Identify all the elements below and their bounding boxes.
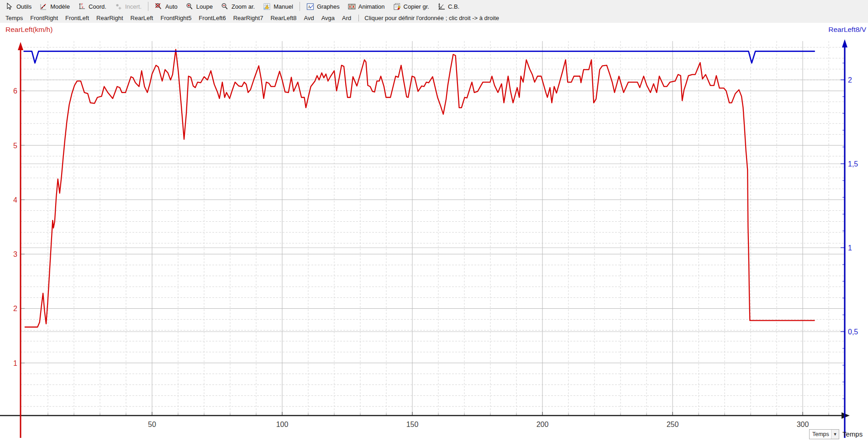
right-axis-title: RearLeft8/V <box>828 26 866 33</box>
graphs-label: Graphes <box>317 3 340 10</box>
cb-button[interactable]: C.B. <box>433 0 463 12</box>
var-item-rearleft8[interactable]: RearLeft8 <box>267 15 300 21</box>
var-item-temps[interactable]: Temps <box>2 15 26 21</box>
x-variable-dropdown[interactable]: Temps ▼ <box>809 429 839 439</box>
tools-button[interactable]: Outils <box>2 0 36 12</box>
var-item-rearright7[interactable]: RearRight7 <box>230 15 267 21</box>
model-label: Modèle <box>50 3 70 10</box>
cb-label: C.B. <box>448 3 459 10</box>
svg-text:5: 5 <box>13 142 17 150</box>
series-RearLeft8-line <box>24 51 815 63</box>
x-variable-dropdown-value: Temps <box>810 431 831 437</box>
auto-scale-label: Auto <box>165 3 178 10</box>
svg-text:0,5: 0,5 <box>848 328 858 336</box>
toolbar-separator <box>148 2 148 11</box>
cb-axes-icon <box>437 3 445 10</box>
chart-canvas[interactable]: 1234560,511,5250100150200250300RearLeft(… <box>0 23 868 442</box>
var-item-frontright5[interactable]: FrontRight5 <box>157 15 195 21</box>
var-item-frontright[interactable]: FrontRight <box>26 15 62 21</box>
tools-label: Outils <box>16 3 32 10</box>
ordinate-hint-text: Cliquer pour définir l'ordonnée ; clic d… <box>358 15 499 21</box>
svg-text:2: 2 <box>848 76 852 84</box>
plot-area[interactable]: 1234560,511,5250100150200250300RearLeft(… <box>0 23 868 442</box>
coordinates-label: Coord. <box>89 3 106 10</box>
svg-text:4: 4 <box>13 196 17 204</box>
var-item-frontleft[interactable]: FrontLeft <box>62 15 93 21</box>
animation-button[interactable]: Animation <box>344 0 389 12</box>
svg-text:1,5: 1,5 <box>848 160 858 168</box>
toolbar-separator <box>300 2 300 11</box>
copy-graph-button[interactable]: Copier gr. <box>389 0 433 12</box>
application-window: Outils Modèle Yx Coord. Incert. Auto <box>0 0 868 442</box>
x-axis-title: Temps <box>842 430 863 438</box>
zoom-out-button[interactable]: Zoom ar. <box>217 0 259 12</box>
main-toolbar: Outils Modèle Yx Coord. Incert. Auto <box>0 0 868 13</box>
hand-grid-icon <box>263 3 271 10</box>
var-item-rearleft[interactable]: RearLeft <box>127 15 157 21</box>
svg-text:1: 1 <box>848 244 852 252</box>
svg-text:200: 200 <box>537 421 549 428</box>
model-fit-icon <box>40 3 47 10</box>
model-button[interactable]: Modèle <box>36 0 74 12</box>
var-item-ard[interactable]: Ard <box>338 15 355 21</box>
var-item-frontleft6[interactable]: FrontLeft6 <box>195 15 229 21</box>
graphs-button[interactable]: A Graphes <box>302 0 344 12</box>
auto-scale-button[interactable]: Auto <box>151 0 182 12</box>
zoom-in-button[interactable]: Loupe <box>182 0 217 12</box>
var-item-avga[interactable]: Avga <box>318 15 338 21</box>
manual-scale-label: Manuel <box>274 3 293 10</box>
film-strip-icon <box>348 3 356 10</box>
svg-text:100: 100 <box>276 421 289 428</box>
var-item-rearright[interactable]: RearRight <box>93 15 127 21</box>
auto-scale-icon <box>155 3 163 10</box>
left-axis-arrow <box>18 42 23 50</box>
copy-icon <box>393 3 401 10</box>
svg-text:2: 2 <box>13 305 17 312</box>
graphs-window-icon: A <box>306 3 314 10</box>
variable-bar: Temps FrontRight FrontLeft RearRight Rea… <box>0 13 868 23</box>
magnifier-minus-icon <box>221 3 229 10</box>
series-RearLeft-line <box>25 50 815 328</box>
x-axis-arrow <box>842 412 850 419</box>
svg-text:3: 3 <box>13 250 17 258</box>
cursor-icon <box>6 3 14 10</box>
svg-text:250: 250 <box>667 421 679 428</box>
svg-text:1: 1 <box>13 359 17 367</box>
svg-text:6: 6 <box>13 87 17 95</box>
chevron-down-icon[interactable]: ▼ <box>831 430 839 439</box>
svg-text:x: x <box>82 5 84 9</box>
manual-scale-button[interactable]: Manuel <box>259 0 297 12</box>
magnifier-plus-icon <box>186 3 194 10</box>
zoom-in-label: Loupe <box>196 3 213 10</box>
svg-text:A: A <box>308 5 311 9</box>
right-axis-arrow <box>842 39 847 47</box>
uncertainty-icon <box>115 3 122 10</box>
svg-text:150: 150 <box>406 421 419 428</box>
copy-graph-label: Copier gr. <box>404 3 429 10</box>
animation-label: Animation <box>358 3 385 10</box>
uncertainty-label: Incert. <box>125 3 142 10</box>
left-axis-title: RearLeft(km/h) <box>5 26 53 33</box>
zoom-out-label: Zoom ar. <box>231 3 255 10</box>
svg-text:300: 300 <box>797 421 809 428</box>
var-item-avd[interactable]: Avd <box>300 15 317 21</box>
coordinates-button[interactable]: Yx Coord. <box>74 0 110 12</box>
uncertainty-button: Incert. <box>110 0 146 12</box>
svg-text:50: 50 <box>148 421 156 428</box>
axes-icon: Yx <box>78 3 86 10</box>
